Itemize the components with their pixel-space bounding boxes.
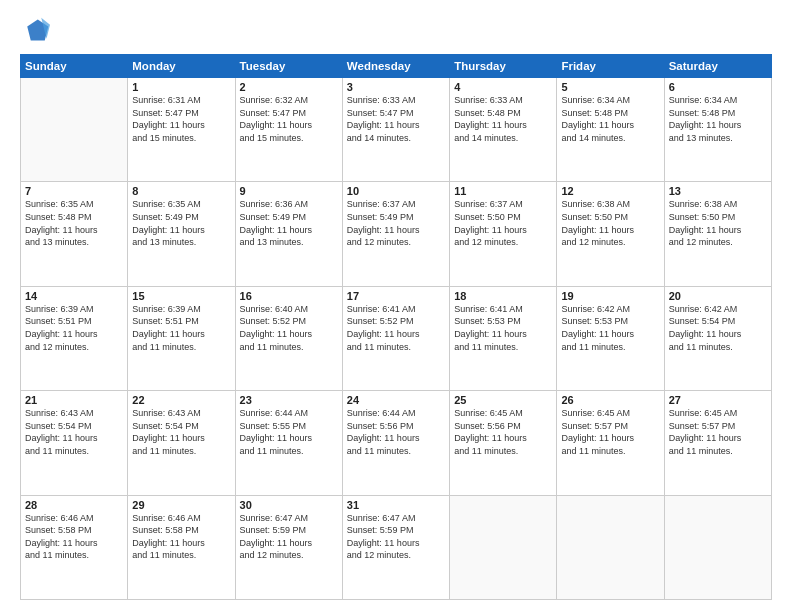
calendar-cell: 11Sunrise: 6:37 AMSunset: 5:50 PMDayligh… [450, 182, 557, 286]
day-info: Sunrise: 6:36 AMSunset: 5:49 PMDaylight:… [240, 198, 338, 248]
day-number: 19 [561, 290, 659, 302]
calendar-header-friday: Friday [557, 55, 664, 78]
calendar-cell: 31Sunrise: 6:47 AMSunset: 5:59 PMDayligh… [342, 495, 449, 599]
day-number: 15 [132, 290, 230, 302]
day-info: Sunrise: 6:35 AMSunset: 5:48 PMDaylight:… [25, 198, 123, 248]
day-number: 22 [132, 394, 230, 406]
calendar-cell: 15Sunrise: 6:39 AMSunset: 5:51 PMDayligh… [128, 286, 235, 390]
calendar-header-row: SundayMondayTuesdayWednesdayThursdayFrid… [21, 55, 772, 78]
calendar-header-saturday: Saturday [664, 55, 771, 78]
day-number: 26 [561, 394, 659, 406]
calendar-week-2: 7Sunrise: 6:35 AMSunset: 5:48 PMDaylight… [21, 182, 772, 286]
calendar-cell: 17Sunrise: 6:41 AMSunset: 5:52 PMDayligh… [342, 286, 449, 390]
day-number: 14 [25, 290, 123, 302]
calendar-cell [557, 495, 664, 599]
day-info: Sunrise: 6:37 AMSunset: 5:50 PMDaylight:… [454, 198, 552, 248]
day-info: Sunrise: 6:46 AMSunset: 5:58 PMDaylight:… [25, 512, 123, 562]
day-number: 7 [25, 185, 123, 197]
day-number: 23 [240, 394, 338, 406]
calendar-cell: 6Sunrise: 6:34 AMSunset: 5:48 PMDaylight… [664, 78, 771, 182]
calendar-cell: 21Sunrise: 6:43 AMSunset: 5:54 PMDayligh… [21, 391, 128, 495]
calendar-header-sunday: Sunday [21, 55, 128, 78]
calendar-cell: 1Sunrise: 6:31 AMSunset: 5:47 PMDaylight… [128, 78, 235, 182]
day-number: 8 [132, 185, 230, 197]
day-info: Sunrise: 6:38 AMSunset: 5:50 PMDaylight:… [561, 198, 659, 248]
day-info: Sunrise: 6:42 AMSunset: 5:54 PMDaylight:… [669, 303, 767, 353]
day-info: Sunrise: 6:43 AMSunset: 5:54 PMDaylight:… [25, 407, 123, 457]
day-number: 16 [240, 290, 338, 302]
calendar-cell [664, 495, 771, 599]
calendar-cell: 23Sunrise: 6:44 AMSunset: 5:55 PMDayligh… [235, 391, 342, 495]
day-info: Sunrise: 6:45 AMSunset: 5:57 PMDaylight:… [561, 407, 659, 457]
day-info: Sunrise: 6:43 AMSunset: 5:54 PMDaylight:… [132, 407, 230, 457]
calendar-week-3: 14Sunrise: 6:39 AMSunset: 5:51 PMDayligh… [21, 286, 772, 390]
calendar-header-tuesday: Tuesday [235, 55, 342, 78]
calendar-header-thursday: Thursday [450, 55, 557, 78]
day-info: Sunrise: 6:47 AMSunset: 5:59 PMDaylight:… [347, 512, 445, 562]
calendar-cell: 9Sunrise: 6:36 AMSunset: 5:49 PMDaylight… [235, 182, 342, 286]
day-number: 13 [669, 185, 767, 197]
day-number: 6 [669, 81, 767, 93]
day-info: Sunrise: 6:39 AMSunset: 5:51 PMDaylight:… [25, 303, 123, 353]
day-info: Sunrise: 6:34 AMSunset: 5:48 PMDaylight:… [669, 94, 767, 144]
day-number: 10 [347, 185, 445, 197]
calendar-header-wednesday: Wednesday [342, 55, 449, 78]
day-info: Sunrise: 6:39 AMSunset: 5:51 PMDaylight:… [132, 303, 230, 353]
calendar-cell [21, 78, 128, 182]
day-info: Sunrise: 6:45 AMSunset: 5:57 PMDaylight:… [669, 407, 767, 457]
calendar-week-4: 21Sunrise: 6:43 AMSunset: 5:54 PMDayligh… [21, 391, 772, 495]
calendar-cell: 13Sunrise: 6:38 AMSunset: 5:50 PMDayligh… [664, 182, 771, 286]
day-number: 27 [669, 394, 767, 406]
day-number: 11 [454, 185, 552, 197]
logo-icon [22, 16, 50, 44]
calendar-cell: 3Sunrise: 6:33 AMSunset: 5:47 PMDaylight… [342, 78, 449, 182]
calendar-cell: 16Sunrise: 6:40 AMSunset: 5:52 PMDayligh… [235, 286, 342, 390]
day-info: Sunrise: 6:34 AMSunset: 5:48 PMDaylight:… [561, 94, 659, 144]
header [20, 16, 772, 48]
calendar-cell: 22Sunrise: 6:43 AMSunset: 5:54 PMDayligh… [128, 391, 235, 495]
day-number: 31 [347, 499, 445, 511]
calendar-cell: 30Sunrise: 6:47 AMSunset: 5:59 PMDayligh… [235, 495, 342, 599]
day-number: 3 [347, 81, 445, 93]
calendar-header-monday: Monday [128, 55, 235, 78]
calendar-cell: 4Sunrise: 6:33 AMSunset: 5:48 PMDaylight… [450, 78, 557, 182]
calendar-cell: 20Sunrise: 6:42 AMSunset: 5:54 PMDayligh… [664, 286, 771, 390]
day-info: Sunrise: 6:35 AMSunset: 5:49 PMDaylight:… [132, 198, 230, 248]
calendar-week-1: 1Sunrise: 6:31 AMSunset: 5:47 PMDaylight… [21, 78, 772, 182]
day-number: 1 [132, 81, 230, 93]
calendar-cell: 28Sunrise: 6:46 AMSunset: 5:58 PMDayligh… [21, 495, 128, 599]
day-info: Sunrise: 6:41 AMSunset: 5:52 PMDaylight:… [347, 303, 445, 353]
day-info: Sunrise: 6:33 AMSunset: 5:47 PMDaylight:… [347, 94, 445, 144]
day-number: 21 [25, 394, 123, 406]
day-info: Sunrise: 6:33 AMSunset: 5:48 PMDaylight:… [454, 94, 552, 144]
calendar-cell: 25Sunrise: 6:45 AMSunset: 5:56 PMDayligh… [450, 391, 557, 495]
calendar-table: SundayMondayTuesdayWednesdayThursdayFrid… [20, 54, 772, 600]
calendar-cell: 12Sunrise: 6:38 AMSunset: 5:50 PMDayligh… [557, 182, 664, 286]
day-info: Sunrise: 6:46 AMSunset: 5:58 PMDaylight:… [132, 512, 230, 562]
day-number: 28 [25, 499, 123, 511]
day-info: Sunrise: 6:31 AMSunset: 5:47 PMDaylight:… [132, 94, 230, 144]
calendar-cell: 24Sunrise: 6:44 AMSunset: 5:56 PMDayligh… [342, 391, 449, 495]
day-number: 9 [240, 185, 338, 197]
day-number: 30 [240, 499, 338, 511]
day-number: 2 [240, 81, 338, 93]
calendar-cell: 19Sunrise: 6:42 AMSunset: 5:53 PMDayligh… [557, 286, 664, 390]
logo [20, 16, 54, 48]
day-info: Sunrise: 6:38 AMSunset: 5:50 PMDaylight:… [669, 198, 767, 248]
day-number: 29 [132, 499, 230, 511]
day-info: Sunrise: 6:42 AMSunset: 5:53 PMDaylight:… [561, 303, 659, 353]
calendar-cell: 14Sunrise: 6:39 AMSunset: 5:51 PMDayligh… [21, 286, 128, 390]
day-number: 17 [347, 290, 445, 302]
calendar-week-5: 28Sunrise: 6:46 AMSunset: 5:58 PMDayligh… [21, 495, 772, 599]
day-number: 18 [454, 290, 552, 302]
calendar-cell: 10Sunrise: 6:37 AMSunset: 5:49 PMDayligh… [342, 182, 449, 286]
day-info: Sunrise: 6:37 AMSunset: 5:49 PMDaylight:… [347, 198, 445, 248]
calendar-cell: 27Sunrise: 6:45 AMSunset: 5:57 PMDayligh… [664, 391, 771, 495]
day-number: 25 [454, 394, 552, 406]
calendar-cell: 29Sunrise: 6:46 AMSunset: 5:58 PMDayligh… [128, 495, 235, 599]
calendar-cell: 5Sunrise: 6:34 AMSunset: 5:48 PMDaylight… [557, 78, 664, 182]
day-info: Sunrise: 6:41 AMSunset: 5:53 PMDaylight:… [454, 303, 552, 353]
calendar-cell: 8Sunrise: 6:35 AMSunset: 5:49 PMDaylight… [128, 182, 235, 286]
calendar-cell: 7Sunrise: 6:35 AMSunset: 5:48 PMDaylight… [21, 182, 128, 286]
calendar-cell: 2Sunrise: 6:32 AMSunset: 5:47 PMDaylight… [235, 78, 342, 182]
